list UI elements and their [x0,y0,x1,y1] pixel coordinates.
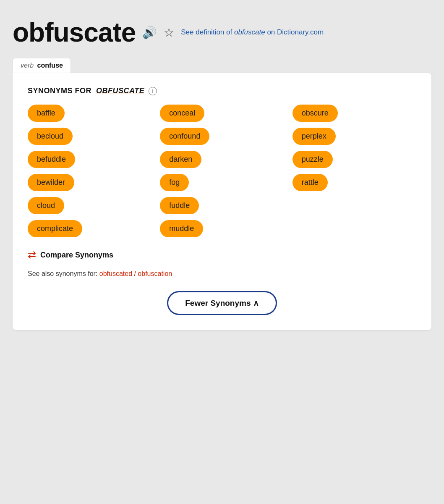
synonym-pill[interactable]: conceal [160,105,204,122]
pos-label: verb [21,62,34,69]
synonyms-col-3: obscureperplexpuzzlerattle [293,105,416,237]
compare-section: ⇄ Compare Synonyms [28,249,416,261]
synonym-pill[interactable]: baffle [28,105,65,122]
synonyms-card: SYNONYMS FOR obfuscate i bafflebecloudbe… [13,73,431,330]
synonym-pill[interactable]: bewilder [28,174,74,191]
see-also-links[interactable]: obfuscated / obfuscation [99,270,172,277]
synonym-pill[interactable]: darken [160,151,201,168]
synonyms-title: SYNONYMS FOR obfuscate [28,87,144,95]
synonyms-col-1: bafflebecloudbefuddlebewildercloudcompli… [28,105,151,237]
pos-meaning: confuse [37,62,63,69]
dictionary-link[interactable]: See definition of obfuscate on Dictionar… [181,28,324,37]
see-also-text: See also synonyms for: [28,270,97,277]
synonyms-header: SYNONYMS FOR obfuscate i [28,87,416,95]
pos-tab[interactable]: verb confuse [13,58,71,73]
synonyms-title-prefix: SYNONYMS FOR [28,87,91,95]
synonym-pill[interactable]: confound [160,128,209,145]
synonym-pill[interactable]: cloud [28,197,64,214]
fewer-synonyms-button[interactable]: Fewer Synonyms ∧ [167,291,277,315]
star-icon[interactable]: ☆ [164,26,174,39]
synonym-pill[interactable]: becloud [28,128,73,145]
see-also: See also synonyms for: obfuscated / obfu… [28,270,416,278]
synonym-pill[interactable]: perplex [293,128,336,145]
synonym-pill[interactable]: befuddle [28,151,75,168]
synonyms-grid: bafflebecloudbefuddlebewildercloudcompli… [28,105,416,237]
synonym-pill[interactable]: fog [160,174,189,191]
synonym-pill[interactable]: muddle [160,220,203,237]
synonym-pill[interactable]: fuddle [160,197,199,214]
header-section: obfuscate 🔊 ☆ See definition of obfuscat… [13,17,431,48]
compare-arrows-icon: ⇄ [28,249,36,261]
main-word: obfuscate [13,17,136,48]
speaker-icon[interactable]: 🔊 [142,26,157,39]
dictionary-link-italic: obfuscate [234,28,265,36]
info-icon[interactable]: i [149,87,157,95]
see-also-link[interactable]: obfuscated / obfuscation [99,270,172,277]
compare-label[interactable]: Compare Synonyms [40,251,113,260]
synonym-pill[interactable]: obscure [293,105,338,122]
synonym-pill[interactable]: rattle [293,174,328,191]
synonyms-title-word: obfuscate [96,87,144,95]
synonyms-col-2: concealconfounddarkenfogfuddlemuddle [160,105,284,237]
synonym-pill[interactable]: puzzle [293,151,333,168]
synonym-pill[interactable]: complicate [28,220,82,237]
